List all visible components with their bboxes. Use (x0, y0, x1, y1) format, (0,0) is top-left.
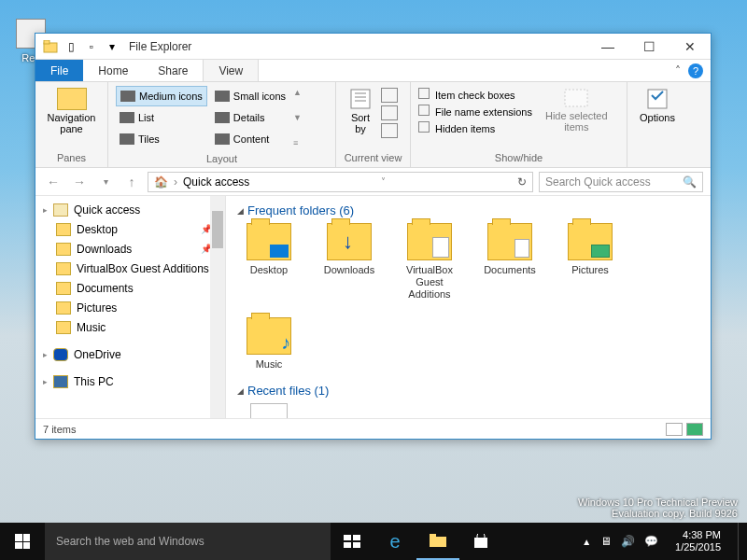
sidebar-item-virtualbox[interactable]: VirtualBox Guest Additions (35, 259, 225, 278)
hide-selected-icon (563, 88, 589, 108)
taskbar: Search the web and Windows e ▲ 🖥 🔊 💬 4:3… (0, 523, 747, 560)
tray-volume-icon[interactable]: 🔊 (621, 535, 635, 548)
start-button[interactable] (0, 523, 45, 560)
taskbar-explorer[interactable] (416, 523, 459, 560)
view-details-button[interactable] (666, 423, 683, 436)
sidebar-this-pc[interactable]: ▸This PC (35, 371, 225, 391)
sidebar-item-documents[interactable]: Documents (35, 278, 225, 298)
group-by-icon[interactable] (381, 88, 398, 103)
content-icon (215, 133, 230, 145)
layout-content[interactable]: Content (211, 129, 289, 149)
layout-scroll-down[interactable]: ▼ (293, 113, 302, 122)
taskbar-clock[interactable]: 4:38 PM 1/25/2015 (668, 529, 728, 553)
up-button[interactable]: ↑ (121, 172, 142, 192)
folder-desktop[interactable]: Desktop (237, 223, 301, 301)
sidebar-scrollbar[interactable] (210, 196, 225, 418)
ie-icon: e (389, 531, 400, 553)
folder-documents[interactable]: Documents (478, 223, 542, 301)
tiles-icon (120, 133, 134, 145)
navigation-pane-button[interactable]: Navigation pane (43, 86, 100, 136)
qat-new-folder-icon[interactable]: ▫ (82, 37, 101, 56)
sidebar-onedrive[interactable]: ▸OneDrive (35, 344, 225, 364)
home-icon: 🏠 (154, 175, 168, 189)
sidebar-quick-access[interactable]: ▸Quick access (35, 200, 225, 219)
help-icon[interactable]: ? (688, 63, 703, 78)
search-input[interactable]: Search Quick access 🔍 (539, 172, 703, 192)
folder-virtualbox[interactable]: VirtualBox Guest Additions (398, 223, 461, 301)
tab-share[interactable]: Share (143, 60, 203, 81)
sort-icon (349, 88, 372, 110)
hide-selected-button[interactable]: Hide selected items (540, 86, 613, 134)
navigation-pane-icon (57, 88, 87, 110)
search-icon: 🔍 (683, 175, 697, 189)
breadcrumb[interactable]: Quick access (183, 175, 249, 189)
size-columns-icon[interactable] (381, 123, 398, 138)
ribbon-tabs: File Home Share View ˄ ? (35, 60, 711, 82)
taskbar-store[interactable] (459, 523, 502, 560)
layout-details[interactable]: Details (211, 107, 289, 128)
check-item-boxes[interactable]: Item check boxes (418, 88, 532, 101)
status-text: 7 items (43, 424, 76, 435)
refresh-icon[interactable]: ↻ (517, 175, 527, 189)
group-recent-files[interactable]: ◢Recent files (1) (237, 384, 699, 398)
group-frequent-folders[interactable]: ◢Frequent folders (6) (237, 203, 699, 217)
layout-scroll-up[interactable]: ▲ (293, 88, 302, 97)
status-bar: 7 items (35, 418, 711, 439)
folder-icon (56, 301, 71, 315)
view-thumbnails-button[interactable] (686, 423, 703, 436)
layout-tiles[interactable]: Tiles (116, 129, 207, 149)
sidebar-item-music[interactable]: Music (35, 317, 225, 337)
options-button[interactable]: Options (635, 86, 680, 125)
sort-by-button[interactable]: Sort by (344, 86, 377, 138)
folder-icon (56, 282, 71, 295)
forward-button[interactable]: → (69, 172, 90, 192)
folder-icon (56, 223, 71, 236)
folder-icon (56, 243, 71, 256)
svg-rect-9 (353, 535, 360, 540)
taskbar-ie[interactable]: e (374, 523, 416, 560)
folder-icon: ♪ (247, 317, 291, 355)
layout-list[interactable]: List (116, 107, 207, 128)
folder-pictures[interactable]: Pictures (558, 223, 622, 301)
svg-rect-10 (344, 542, 351, 548)
file-vboxvideo[interactable]: VBoxVideo (237, 403, 301, 418)
group-label-layout: Layout (116, 149, 328, 164)
layout-more[interactable]: ≡ (293, 138, 302, 147)
check-extensions[interactable]: File name extensions (418, 105, 532, 118)
tab-file[interactable]: File (35, 60, 83, 81)
sidebar-item-downloads[interactable]: Downloads📌 (35, 239, 225, 259)
qat-properties-icon[interactable]: ▯ (62, 37, 80, 56)
layout-small-icons[interactable]: Small icons (211, 86, 289, 106)
list-icon (120, 112, 134, 123)
folder-downloads[interactable]: ↓Downloads (317, 223, 381, 301)
tray-notifications-icon[interactable]: 💬 (644, 535, 658, 548)
layout-medium-icons[interactable]: Medium icons (116, 86, 207, 106)
address-bar[interactable]: 🏠 › Quick access ˅ ↻ (148, 172, 533, 192)
folder-icon (487, 223, 532, 260)
show-desktop-button[interactable] (738, 523, 743, 560)
tray-network-icon[interactable]: 🖥 (600, 535, 612, 548)
minimize-button[interactable]: — (587, 34, 628, 60)
svg-rect-7 (648, 90, 667, 108)
check-hidden[interactable]: Hidden items (418, 121, 532, 134)
taskbar-search[interactable]: Search the web and Windows (45, 523, 331, 560)
tab-view[interactable]: View (203, 60, 259, 81)
tray-expand-icon[interactable]: ▲ (582, 537, 591, 547)
ribbon-collapse-icon[interactable]: ˄ (675, 64, 681, 77)
task-view-button[interactable] (331, 523, 374, 560)
sidebar-item-desktop[interactable]: Desktop📌 (35, 219, 225, 239)
tab-home[interactable]: Home (83, 60, 143, 81)
group-label-panes: Panes (43, 148, 100, 163)
sidebar-item-pictures[interactable]: Pictures (35, 298, 225, 317)
close-button[interactable]: ✕ (669, 34, 711, 60)
back-button[interactable]: ← (43, 172, 63, 192)
qat-dropdown-icon[interactable]: ▾ (103, 37, 121, 56)
main-pane: ◢Frequent folders (6) Desktop ↓Downloads… (226, 196, 711, 418)
recent-dropdown[interactable]: ▾ (95, 172, 116, 192)
add-columns-icon[interactable] (381, 105, 398, 120)
scrollbar-thumb[interactable] (212, 211, 223, 248)
svg-rect-11 (353, 542, 360, 548)
file-explorer-window: ▯ ▫ ▾ File Explorer — ☐ ✕ File Home Shar… (35, 33, 712, 440)
folder-music[interactable]: ♪Music (237, 317, 301, 371)
maximize-button[interactable]: ☐ (628, 34, 669, 60)
